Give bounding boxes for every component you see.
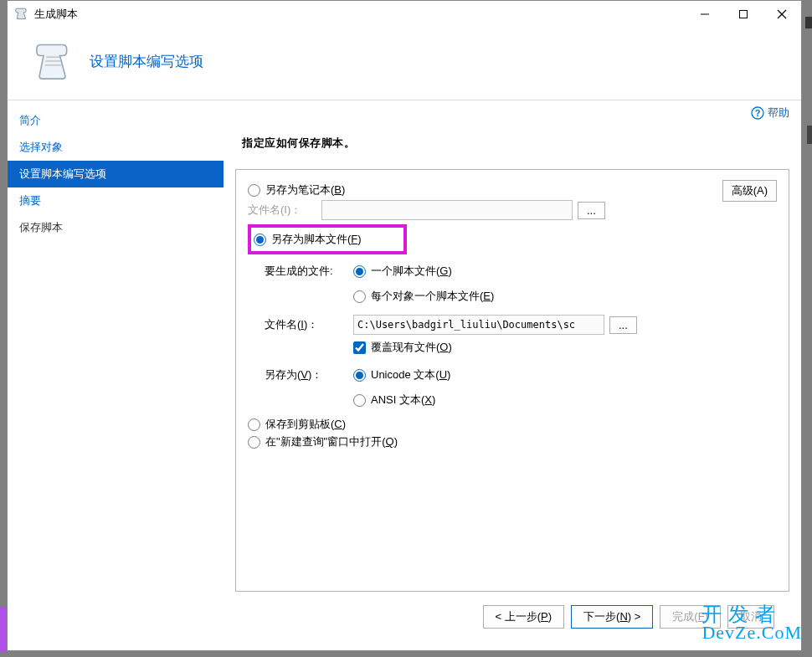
next-button[interactable]: 下一步(N) > (571, 605, 653, 629)
script-browse-button[interactable]: ... (609, 316, 637, 334)
help-icon: ? (751, 106, 764, 120)
radio-save-notebook[interactable]: 另存为笔记本(B) (248, 182, 722, 198)
radio-unicode-input[interactable] (353, 369, 366, 382)
advanced-button[interactable]: 高级(A) (722, 180, 777, 202)
scriptfile-sub-block: 要生成的文件: 一个脚本文件(G) 每个对象一个脚本文件(E) (265, 261, 777, 410)
radio-per-object-input[interactable] (353, 290, 366, 303)
radio-new-query[interactable]: 在"新建查询"窗口中打开(Q) (248, 434, 777, 449)
titlebar: 生成脚本 (8, 1, 801, 28)
overwrite-checkbox[interactable] (353, 341, 366, 354)
radio-ansi-input[interactable] (353, 394, 366, 407)
sidebar-item-intro[interactable]: 简介 (8, 107, 224, 134)
footer-buttons: < 上一步(P) 下一步(N) > 完成(F) 取消 (235, 592, 789, 642)
wizard-sidebar: 简介 选择对象 设置脚本编写选项 摘要 保存脚本 (8, 100, 224, 650)
encoding-label: 另存为(V)： (265, 365, 353, 382)
radio-clipboard-label: 保存到剪贴板(C) (265, 417, 346, 432)
dialog-body: 简介 选择对象 设置脚本编写选项 摘要 保存脚本 ? 帮助 指定应如何保存脚本。… (8, 100, 801, 650)
bg-decor (805, 17, 812, 28)
script-filename-label: 文件名(I)： (265, 315, 353, 332)
sidebar-item-choose-objects[interactable]: 选择对象 (8, 134, 224, 161)
svg-rect-1 (740, 11, 748, 18)
notebook-filename-row: 文件名(I)： ... (248, 200, 722, 220)
radio-save-scriptfile[interactable]: 另存为脚本文件(F) (254, 232, 362, 247)
radio-per-object[interactable]: 每个对象一个脚本文件(E) (353, 289, 494, 304)
radio-unicode[interactable]: Unicode 文本(U) (353, 367, 450, 382)
radio-save-notebook-label: 另存为笔记本(B) (265, 182, 345, 198)
close-button[interactable] (763, 2, 801, 27)
sidebar-item-summary[interactable]: 摘要 (8, 187, 224, 214)
radio-new-query-label: 在"新建查询"窗口中打开(Q) (265, 434, 398, 449)
radio-save-notebook-input[interactable] (248, 184, 260, 197)
radio-clipboard-input[interactable] (248, 418, 260, 431)
advanced-button-label: 高级(A) (732, 184, 768, 197)
main-panel: ? 帮助 指定应如何保存脚本。 高级(A) 另存为笔记本(B) 文件名(I)： … (224, 100, 801, 650)
prev-button[interactable]: < 上一步(P) (483, 605, 565, 629)
overwrite-check-row[interactable]: 覆盖现有文件(O) (353, 340, 637, 355)
radio-save-scriptfile-label: 另存为脚本文件(F) (271, 232, 362, 247)
radio-ansi[interactable]: ANSI 文本(X) (353, 393, 450, 408)
help-link[interactable]: 帮助 (768, 105, 789, 121)
options-panel: 高级(A) 另存为笔记本(B) 文件名(I)： ... 另存为脚本文件(F) (235, 169, 789, 592)
instruction-text: 指定应如何保存脚本。 (242, 136, 789, 151)
finish-button: 完成(F) (660, 605, 721, 629)
notebook-browse-button[interactable]: ... (578, 202, 605, 219)
radio-one-script-label: 一个脚本文件(G) (371, 264, 452, 279)
radio-per-object-label: 每个对象一个脚本文件(E) (371, 289, 494, 304)
files-to-generate-row: 要生成的文件: 一个脚本文件(G) 每个对象一个脚本文件(E) (265, 261, 777, 306)
sidebar-item-scripting-options[interactable]: 设置脚本编写选项 (8, 161, 224, 187)
radio-save-scriptfile-highlight: 另存为脚本文件(F) (248, 224, 407, 254)
notebook-filename-label: 文件名(I)： (248, 203, 321, 218)
app-icon (14, 7, 29, 22)
overwrite-label: 覆盖现有文件(O) (371, 340, 452, 355)
maximize-button[interactable] (724, 2, 763, 27)
radio-save-scriptfile-input[interactable] (254, 234, 266, 246)
radio-one-script-input[interactable] (353, 265, 366, 278)
encoding-row: 另存为(V)： Unicode 文本(U) ANSI 文本(X) (265, 365, 777, 410)
radio-clipboard[interactable]: 保存到剪贴板(C) (248, 417, 777, 432)
help-row: ? 帮助 (235, 105, 789, 121)
script-icon (33, 39, 76, 83)
script-filename-row: 文件名(I)： ... 覆盖现有文件(O) (265, 315, 777, 358)
minimize-button[interactable] (686, 2, 724, 27)
svg-text:?: ? (755, 108, 761, 118)
notebook-filename-input (321, 200, 573, 220)
page-title: 设置脚本编写选项 (90, 52, 203, 71)
sidebar-item-save-script: 保存脚本 (8, 214, 224, 241)
page-header: 设置脚本编写选项 (8, 28, 801, 100)
files-to-generate-label: 要生成的文件: (265, 261, 353, 279)
cancel-button[interactable]: 取消 (727, 605, 774, 629)
dialog-window: 生成脚本 设置脚本编写选项 简介 选择对象 设置脚本编写选项 摘要 保存脚本 (7, 0, 802, 651)
radio-ansi-label: ANSI 文本(X) (371, 393, 435, 408)
script-filename-input[interactable] (353, 315, 604, 335)
bg-decor (0, 607, 7, 652)
bg-decor (807, 126, 812, 144)
radio-one-script[interactable]: 一个脚本文件(G) (353, 264, 494, 279)
radio-unicode-label: Unicode 文本(U) (371, 367, 450, 382)
radio-new-query-input[interactable] (248, 436, 260, 449)
window-title: 生成脚本 (34, 7, 686, 22)
